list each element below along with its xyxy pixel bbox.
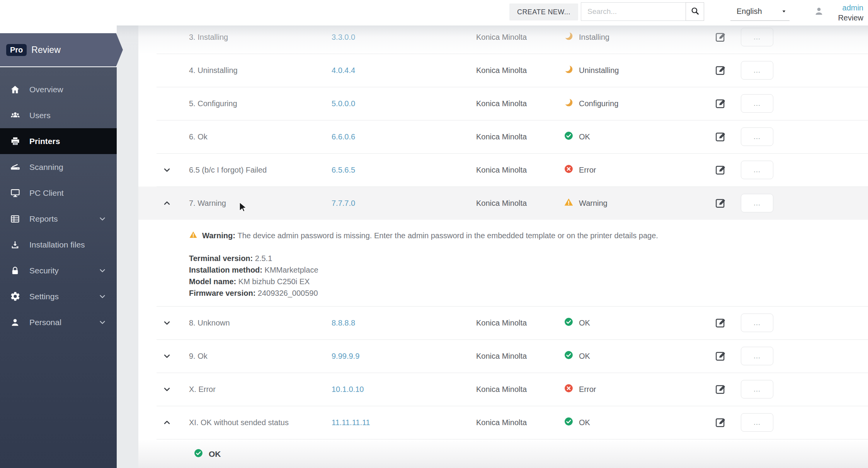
sidebar-item-users[interactable]: Users [0, 102, 117, 128]
language-select[interactable]: English [730, 2, 790, 21]
printer-version-link[interactable]: 7.7.7.0 [332, 199, 355, 208]
sidebar-item-scanning[interactable]: Scanning [0, 154, 117, 180]
table-row: 4. Uninstalling 4.0.4.4 Konica Minolta U… [138, 54, 868, 87]
row-expanded-warning-detail: Warning: The device admin password is mi… [138, 220, 868, 306]
row-more-button[interactable]: ... [741, 194, 773, 212]
printer-version-link[interactable]: 4.0.4.4 [332, 66, 355, 75]
printer-status-label: OK [579, 319, 590, 327]
table-row: 6.5 (b/c I forgot) Failed 6.5.6.5 Konica… [138, 153, 868, 187]
row-more-button[interactable]: ... [741, 94, 773, 113]
printer-status: OK [564, 131, 590, 142]
printer-table-rows-bottom: 8. Unknown 8.8.8.8 Konica Minolta OK ...… [138, 306, 868, 439]
person-icon [9, 317, 21, 327]
printer-status-label: OK [579, 352, 590, 361]
printer-status: OK [564, 317, 590, 329]
printer-name: 4. Uninstalling [189, 66, 238, 75]
brand-badge: Pro [6, 44, 27, 56]
edit-icon[interactable] [715, 131, 727, 143]
row-more-button[interactable]: ... [741, 28, 773, 46]
reports-table-icon [9, 214, 21, 224]
table-row: X. Error 10.1.0.10 Konica Minolta Error … [138, 373, 868, 406]
printer-version-link[interactable]: 11.11.11.11 [332, 418, 370, 427]
printer-version-link[interactable]: 5.0.0.0 [332, 99, 355, 108]
search-button[interactable] [686, 2, 704, 21]
edit-icon[interactable] [715, 64, 727, 76]
printer-table-rows-top: 3. Installing 3.3.0.0 Konica Minolta Ins… [138, 20, 868, 220]
row-more-button[interactable]: ... [741, 127, 773, 146]
detail-field-model-name: Model name: KM bizhub C250i EX [189, 276, 868, 287]
sidebar-item-personal[interactable]: Personal [0, 309, 117, 335]
chevron-down-icon [98, 292, 107, 301]
row-expanded-ok-detail: OK [138, 439, 868, 468]
printer-vendor: Konica Minolta [476, 132, 527, 141]
moon-progress-icon [564, 31, 574, 43]
edit-icon[interactable] [715, 164, 727, 176]
sidebar-item-reports[interactable]: Reports [0, 206, 117, 232]
check-circle-icon [564, 350, 574, 362]
printer-detail-fields: Terminal version: 2.5.1 Installation met… [189, 253, 868, 299]
chevron-up-icon[interactable] [161, 418, 173, 427]
printer-icon [9, 136, 21, 146]
sidebar-item-settings[interactable]: Settings [0, 283, 117, 309]
edit-icon[interactable] [715, 31, 727, 43]
caret-down-icon [781, 7, 786, 16]
chevron-down-icon[interactable] [161, 385, 173, 394]
row-more-button[interactable]: ... [741, 380, 773, 398]
printer-version-link[interactable]: 8.8.8.8 [332, 319, 355, 327]
chevron-down-icon[interactable] [161, 318, 173, 327]
edit-icon[interactable] [715, 317, 727, 329]
search-icon [691, 7, 700, 17]
printer-name: X. Error [189, 385, 216, 394]
row-more-button[interactable]: ... [741, 61, 773, 80]
chevron-down-icon[interactable] [161, 165, 173, 175]
table-row: 6. Ok 6.6.0.6 Konica Minolta OK ... [138, 120, 868, 153]
row-more-button[interactable]: ... [741, 347, 773, 365]
language-value: English [737, 7, 762, 16]
top-bar: CREATE NEW... English admin Review [0, 0, 868, 25]
chevron-down-icon[interactable] [161, 351, 173, 361]
printer-vendor: Konica Minolta [476, 33, 527, 42]
sidebar-item-printers[interactable]: Printers [0, 128, 117, 154]
row-more-button[interactable]: ... [741, 314, 773, 332]
warning-detail-label: Warning: [202, 231, 235, 240]
check-circle-icon [564, 317, 574, 329]
row-more-button[interactable]: ... [741, 161, 773, 179]
row-more-button[interactable]: ... [741, 413, 773, 432]
download-icon [9, 240, 21, 250]
edit-icon[interactable] [715, 197, 727, 209]
printer-version-link[interactable]: 3.3.0.0 [332, 33, 355, 42]
warning-detail-text: Warning: The device admin password is mi… [202, 231, 658, 240]
sidebar-item-security[interactable]: Security [0, 258, 117, 283]
home-icon [9, 85, 21, 95]
chevron-down-icon [98, 266, 107, 275]
chevron-up-icon[interactable] [161, 198, 173, 208]
x-circle-icon [564, 164, 574, 176]
printer-status-label: OK [579, 132, 590, 141]
printer-version-link[interactable]: 9.99.9.9 [332, 352, 359, 361]
sidebar-item-overview[interactable]: Overview [0, 76, 117, 102]
edit-icon[interactable] [715, 417, 727, 429]
printer-version-link[interactable]: 6.5.6.5 [332, 166, 355, 175]
printer-vendor: Konica Minolta [476, 199, 527, 208]
edit-icon[interactable] [715, 383, 727, 395]
sidebar-item-pc-client[interactable]: PC Client [0, 180, 117, 206]
user-name-link[interactable]: admin [838, 3, 863, 13]
create-new-button[interactable]: CREATE NEW... [509, 3, 578, 20]
search-input[interactable] [581, 2, 686, 21]
printer-version-link[interactable]: 6.6.0.6 [332, 132, 355, 141]
printer-status-label: OK [579, 418, 590, 427]
sidebar-item-installation-files[interactable]: Installation files [0, 232, 117, 258]
x-circle-icon [564, 383, 574, 395]
warning-triangle-icon [564, 197, 574, 209]
content-left-gutter [117, 25, 138, 468]
lock-icon [9, 266, 21, 276]
moon-progress-icon [564, 98, 574, 109]
printer-status: Warning [564, 197, 608, 209]
edit-icon[interactable] [715, 98, 727, 110]
printer-status: Error [564, 164, 596, 176]
check-circle-icon [564, 131, 574, 142]
printer-version-link[interactable]: 10.1.0.10 [332, 385, 364, 394]
check-circle-icon [564, 417, 574, 428]
printer-status: OK [564, 417, 590, 428]
edit-icon[interactable] [715, 350, 727, 362]
